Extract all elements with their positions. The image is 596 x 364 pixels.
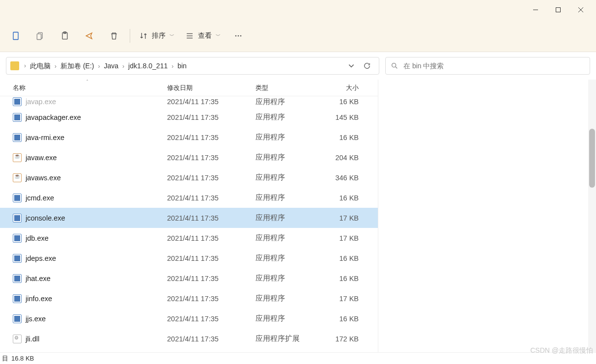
status-size: 16.8 KB [11, 355, 34, 362]
view-label: 查看 [198, 31, 212, 40]
close-button[interactable] [569, 2, 592, 18]
breadcrumb-item[interactable]: jdk1.8.0_211 [126, 62, 170, 70]
file-type: 应用程序 [255, 253, 314, 263]
file-rows: javap.exe2021/4/11 17:35应用程序16 KBjavapac… [0, 96, 378, 352]
col-date-header[interactable]: 修改日期 [167, 84, 255, 92]
file-name: jli.dll [26, 335, 167, 343]
file-row[interactable]: jhat.exe2021/4/11 17:35应用程序16 KB [0, 268, 378, 288]
svg-rect-6 [37, 33, 41, 39]
file-icon [13, 97, 22, 106]
file-name: jcmd.exe [26, 194, 167, 202]
file-size: 16 KB [314, 315, 359, 323]
file-row[interactable]: jli.dll2021/4/11 17:35应用程序扩展172 KB [0, 329, 378, 349]
file-icon [13, 113, 22, 122]
file-row[interactable]: javapackager.exe2021/4/11 17:35应用程序145 K… [0, 107, 378, 127]
view-dropdown[interactable]: 查看 ﹀ [180, 26, 226, 46]
file-row[interactable]: javaws.exe2021/4/11 17:35应用程序346 KB [0, 168, 378, 188]
file-row[interactable]: javaw.exe2021/4/11 17:35应用程序204 KB [0, 147, 378, 168]
file-type: 应用程序 [255, 314, 314, 323]
file-icon [13, 214, 22, 223]
file-type: 应用程序 [255, 133, 314, 142]
file-icon [13, 294, 22, 303]
file-icon [13, 133, 22, 142]
sort-dropdown[interactable]: 排序 ﹀ [134, 26, 179, 46]
more-button[interactable] [227, 26, 250, 46]
svg-point-13 [238, 35, 239, 36]
breadcrumb[interactable]: › 此电脑›新加卷 (E:)›Java›jdk1.8.0_211›bin [6, 57, 379, 75]
file-size: 17 KB [314, 234, 359, 242]
svg-rect-1 [556, 8, 561, 12]
file-date: 2021/4/11 17:35 [167, 295, 255, 303]
file-icon [13, 234, 22, 243]
file-type: 应用程序 [255, 274, 314, 283]
scrollbar-thumb[interactable] [589, 129, 595, 188]
view-icon [185, 31, 194, 40]
folder-icon [10, 61, 19, 70]
file-date: 2021/4/11 17:35 [167, 275, 255, 282]
file-row[interactable]: jdeps.exe2021/4/11 17:35应用程序16 KB [0, 248, 378, 268]
svg-point-15 [392, 63, 396, 67]
file-type: 应用程序扩展 [255, 334, 314, 343]
breadcrumb-item[interactable]: 新加卷 (E:) [58, 62, 96, 70]
history-dropdown[interactable] [343, 58, 359, 74]
preview-pane [378, 80, 596, 352]
file-name: jinfo.exe [26, 295, 167, 303]
share-button[interactable] [78, 26, 101, 46]
separator [130, 29, 130, 43]
breadcrumb-item[interactable]: 此电脑 [28, 62, 53, 70]
file-date: 2021/4/11 17:35 [167, 113, 255, 121]
search-box[interactable] [385, 57, 590, 75]
file-name: jconsole.exe [26, 214, 167, 222]
copy-button[interactable] [28, 26, 52, 46]
file-size: 16 KB [314, 254, 359, 262]
chevron-right-icon: › [120, 63, 126, 70]
file-date: 2021/4/11 17:35 [167, 315, 255, 323]
file-row[interactable]: jjs.exe2021/4/11 17:35应用程序16 KB [0, 308, 378, 329]
status-bar: 目 16.8 KB [0, 352, 596, 364]
col-type-header[interactable]: 类型 [255, 84, 314, 92]
file-row[interactable]: jcmd.exe2021/4/11 17:35应用程序16 KB [0, 188, 378, 208]
file-icon [13, 314, 22, 323]
file-row[interactable]: javap.exe2021/4/11 17:35应用程序16 KB [0, 96, 378, 107]
file-date: 2021/4/11 17:35 [167, 214, 255, 222]
svg-line-16 [396, 67, 397, 68]
new-button[interactable] [4, 26, 28, 46]
file-type: 应用程序 [255, 173, 314, 182]
svg-point-14 [240, 35, 242, 36]
scrollbar[interactable] [588, 80, 596, 352]
file-type: 应用程序 [255, 153, 314, 162]
file-size: 172 KB [314, 335, 359, 343]
paste-button[interactable] [53, 26, 77, 46]
column-headers: 名称ˆ 修改日期 类型 大小 [0, 80, 378, 96]
file-row[interactable]: java-rmi.exe2021/4/11 17:35应用程序16 KB [0, 127, 378, 147]
file-type: 应用程序 [255, 193, 314, 202]
file-name: jdeps.exe [26, 254, 167, 262]
file-date: 2021/4/11 17:35 [167, 174, 255, 182]
file-name: javaw.exe [26, 154, 167, 162]
file-row[interactable]: jdb.exe2021/4/11 17:35应用程序17 KB [0, 228, 378, 248]
col-name-header[interactable]: 名称ˆ [13, 84, 167, 92]
minimize-button[interactable] [524, 2, 547, 18]
col-size-header[interactable]: 大小 [314, 84, 359, 92]
file-icon [13, 335, 22, 343]
file-date: 2021/4/11 17:35 [167, 98, 255, 106]
maximize-button[interactable] [547, 2, 569, 18]
file-date: 2021/4/11 17:35 [167, 194, 255, 202]
file-size: 145 KB [314, 113, 359, 121]
refresh-button[interactable] [359, 58, 375, 74]
chevron-right-icon: › [22, 62, 28, 69]
breadcrumb-item[interactable]: bin [175, 62, 189, 70]
file-size: 17 KB [314, 214, 359, 222]
delete-button[interactable] [102, 26, 126, 46]
file-name: jhat.exe [26, 275, 167, 282]
file-date: 2021/4/11 17:35 [167, 154, 255, 162]
sort-asc-icon: ˆ [86, 80, 88, 85]
search-input[interactable] [403, 62, 585, 70]
file-row[interactable]: jconsole.exe2021/4/11 17:35应用程序17 KB [0, 208, 378, 228]
chevron-down-icon: ﹀ [170, 32, 174, 39]
file-row[interactable]: jinfo.exe2021/4/11 17:35应用程序17 KB [0, 288, 378, 308]
breadcrumb-item[interactable]: Java [102, 62, 120, 70]
chevron-right-icon: › [96, 63, 102, 70]
file-size: 16 KB [314, 134, 359, 141]
file-size: 17 KB [314, 295, 359, 303]
